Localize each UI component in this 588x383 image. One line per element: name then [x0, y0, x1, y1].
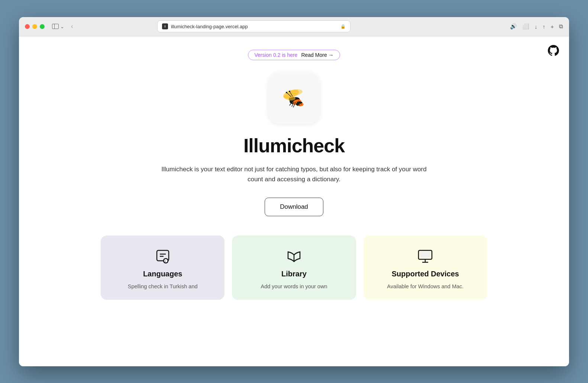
- address-bar[interactable]: I illumicheck-landing-page.vercel.app 🔒: [157, 20, 350, 32]
- app-icon: [268, 72, 320, 124]
- share-icon[interactable]: ↑: [543, 23, 546, 30]
- url-text: illumicheck-landing-page.vercel.app: [171, 24, 337, 29]
- svg-point-18: [289, 91, 290, 92]
- feature-card-devices: Supported Devices Available for Windows …: [364, 236, 487, 300]
- sidebar-icon: [52, 24, 59, 29]
- lock-icon: 🔒: [340, 24, 346, 29]
- devices-icon: [416, 247, 434, 265]
- feature-card-languages: ! Languages Spelling check in Turkish an…: [101, 236, 224, 300]
- page-content: Version 0.2 is here Read More →: [19, 36, 569, 366]
- svg-text:!: !: [165, 260, 166, 263]
- minimize-button[interactable]: [32, 24, 37, 29]
- back-button[interactable]: ‹: [69, 22, 75, 30]
- app-icon-image: [275, 81, 313, 115]
- add-tab-icon[interactable]: +: [550, 23, 554, 30]
- feature-cards: ! Languages Spelling check in Turkish an…: [101, 236, 487, 300]
- audio-icon[interactable]: 🔊: [510, 23, 517, 30]
- feature-card-library: Library Add your words in your own: [232, 236, 356, 300]
- github-link[interactable]: [547, 44, 560, 57]
- browser-window: ⌄ ‹ I illumicheck-landing-page.vercel.ap…: [19, 17, 569, 366]
- languages-icon: !: [154, 247, 172, 265]
- svg-point-22: [164, 259, 168, 263]
- version-text: Version 0.2 is here: [254, 52, 297, 58]
- languages-card-title: Languages: [143, 270, 182, 278]
- read-more-link[interactable]: Read More →: [301, 52, 333, 58]
- maximize-button[interactable]: [40, 24, 45, 29]
- library-icon: [285, 247, 303, 265]
- main-content: Version 0.2 is here Read More →: [19, 36, 569, 315]
- app-title: Illumicheck: [243, 134, 345, 157]
- app-description: Illumicheck is your text editor not just…: [160, 164, 428, 184]
- traffic-lights: [25, 24, 45, 29]
- chevron-down-icon: ⌄: [60, 24, 64, 29]
- airplay-icon[interactable]: ⬜: [522, 23, 529, 30]
- nav-buttons: ‹: [69, 22, 75, 30]
- tab-overview-icon[interactable]: ⧉: [559, 23, 563, 30]
- svg-point-17: [286, 92, 287, 93]
- library-card-description: Add your words in your own: [261, 283, 327, 291]
- close-button[interactable]: [25, 24, 30, 29]
- version-badge[interactable]: Version 0.2 is here Read More →: [248, 50, 340, 60]
- devices-card-description: Available for Windows and Mac.: [387, 283, 463, 291]
- devices-card-title: Supported Devices: [392, 270, 459, 278]
- sidebar-toggle[interactable]: ⌄: [52, 24, 64, 29]
- languages-card-description: Spelling check in Turkish and: [128, 283, 198, 291]
- title-bar: ⌄ ‹ I illumicheck-landing-page.vercel.ap…: [19, 17, 569, 36]
- svg-rect-28: [420, 252, 430, 258]
- toolbar-right: 🔊 ⬜ ↓ ↑ + ⧉: [510, 23, 563, 30]
- library-card-title: Library: [281, 270, 307, 278]
- download-toolbar-icon[interactable]: ↓: [534, 23, 537, 30]
- download-button[interactable]: Download: [265, 198, 323, 216]
- site-favicon: I: [162, 23, 168, 29]
